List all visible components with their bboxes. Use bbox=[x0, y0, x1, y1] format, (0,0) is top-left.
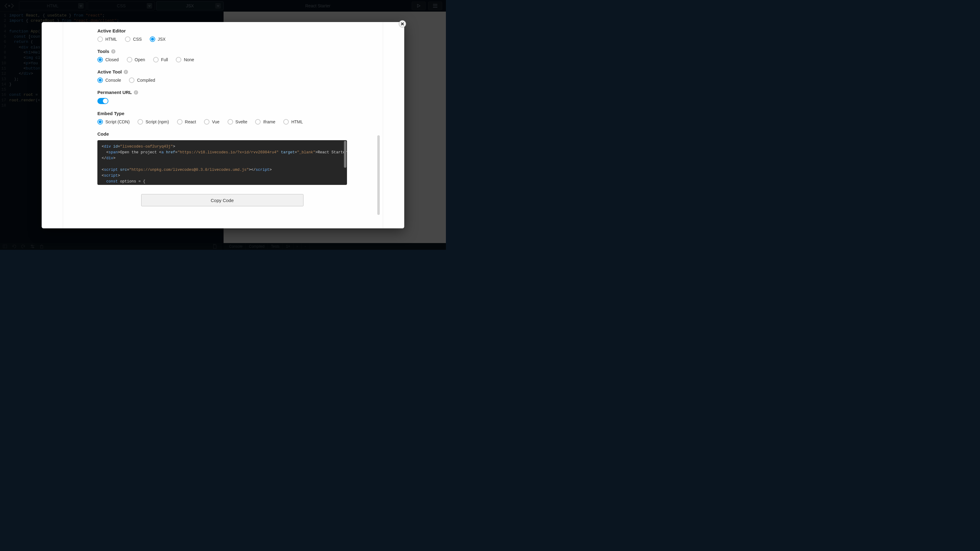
radio-tools-none[interactable]: None bbox=[176, 57, 194, 62]
radio-tools-full[interactable]: Full bbox=[153, 57, 168, 62]
radio-label: Console bbox=[105, 78, 121, 83]
radio-dot bbox=[137, 119, 143, 125]
radio-embed-type-react[interactable]: React bbox=[177, 119, 196, 125]
radio-label: Svelte bbox=[235, 119, 247, 124]
section-title: Active Editor bbox=[97, 28, 347, 33]
radio-embed-type-vue[interactable]: Vue bbox=[204, 119, 219, 125]
radio-dot bbox=[283, 119, 289, 125]
radio-dot bbox=[97, 57, 103, 62]
radio-label: Script (npm) bbox=[145, 119, 169, 124]
radio-dot bbox=[177, 119, 183, 125]
section-title: Code bbox=[97, 131, 347, 137]
modal-left-gutter bbox=[41, 22, 63, 229]
radio-embed-type-script-cdn-[interactable]: Script (CDN) bbox=[97, 119, 130, 125]
radio-label: Vue bbox=[212, 119, 219, 124]
section-title: Permanent URL bbox=[97, 90, 132, 95]
section-title: Embed Type bbox=[97, 111, 347, 116]
radio-dot bbox=[97, 37, 103, 42]
copy-code-button[interactable]: Copy Code bbox=[141, 194, 304, 206]
radio-active-editor-css[interactable]: CSS bbox=[125, 37, 142, 42]
radio-label: Iframe bbox=[263, 119, 275, 124]
radio-dot bbox=[153, 57, 159, 62]
embed-modal: Active Editor HTMLCSSJSX Tools i ClosedO… bbox=[41, 22, 404, 229]
section-permanent-url: Permanent URL i bbox=[97, 90, 347, 104]
radio-dot bbox=[255, 119, 261, 125]
radio-label: HTML bbox=[105, 37, 117, 41]
radio-active-tool-compiled[interactable]: Compiled bbox=[129, 78, 155, 83]
radio-label: HTML bbox=[291, 119, 303, 124]
modal-scrollbar[interactable] bbox=[377, 135, 380, 215]
info-icon[interactable]: i bbox=[124, 70, 128, 74]
radio-active-editor-html[interactable]: HTML bbox=[97, 37, 117, 42]
section-embed-type: Embed Type Script (CDN)Script (npm)React… bbox=[97, 111, 347, 125]
radio-tools-closed[interactable]: Closed bbox=[97, 57, 119, 62]
radio-label: Script (CDN) bbox=[105, 119, 130, 124]
codebox-scrollbar[interactable] bbox=[344, 141, 346, 168]
radio-dot bbox=[204, 119, 210, 125]
close-button[interactable] bbox=[399, 20, 406, 27]
radio-label: React bbox=[185, 119, 196, 124]
modal-body: Active Editor HTMLCSSJSX Tools i ClosedO… bbox=[63, 22, 383, 229]
section-active-editor: Active Editor HTMLCSSJSX bbox=[97, 28, 347, 42]
radio-label: Open bbox=[135, 57, 145, 62]
radio-dot bbox=[125, 37, 130, 42]
radio-active-tool-console[interactable]: Console bbox=[97, 78, 121, 83]
radio-label: None bbox=[184, 57, 194, 62]
radio-dot bbox=[97, 78, 103, 83]
radio-label: Closed bbox=[105, 57, 119, 62]
radio-embed-type-html[interactable]: HTML bbox=[283, 119, 303, 125]
section-code: Code <div id="livecodes-oaf2uryq43j"> <s… bbox=[97, 131, 347, 185]
radio-embed-type-svelte[interactable]: Svelte bbox=[228, 119, 247, 125]
radio-dot bbox=[97, 119, 103, 125]
radio-dot bbox=[228, 119, 233, 125]
radio-label: JSX bbox=[158, 37, 166, 41]
radio-embed-type-script-npm-[interactable]: Script (npm) bbox=[137, 119, 169, 125]
radio-dot bbox=[129, 78, 134, 83]
modal-right-gutter bbox=[383, 22, 404, 229]
section-tools: Tools i ClosedOpenFullNone bbox=[97, 49, 347, 62]
permanent-url-toggle[interactable] bbox=[97, 98, 108, 104]
radio-embed-type-iframe[interactable]: Iframe bbox=[255, 119, 275, 125]
section-active-tool: Active Tool i ConsoleCompiled bbox=[97, 69, 347, 83]
radio-dot bbox=[150, 37, 155, 42]
radio-active-editor-jsx[interactable]: JSX bbox=[150, 37, 166, 42]
section-title: Active Tool bbox=[97, 69, 122, 75]
radio-dot bbox=[176, 57, 181, 62]
radio-label: CSS bbox=[133, 37, 142, 41]
info-icon[interactable]: i bbox=[111, 49, 115, 54]
radio-label: Compiled bbox=[137, 78, 155, 83]
code-preview[interactable]: <div id="livecodes-oaf2uryq43j"> <span>O… bbox=[97, 140, 347, 185]
section-title: Tools bbox=[97, 49, 109, 54]
radio-label: Full bbox=[161, 57, 168, 62]
radio-tools-open[interactable]: Open bbox=[127, 57, 145, 62]
radio-dot bbox=[127, 57, 132, 62]
info-icon[interactable]: i bbox=[134, 90, 138, 95]
